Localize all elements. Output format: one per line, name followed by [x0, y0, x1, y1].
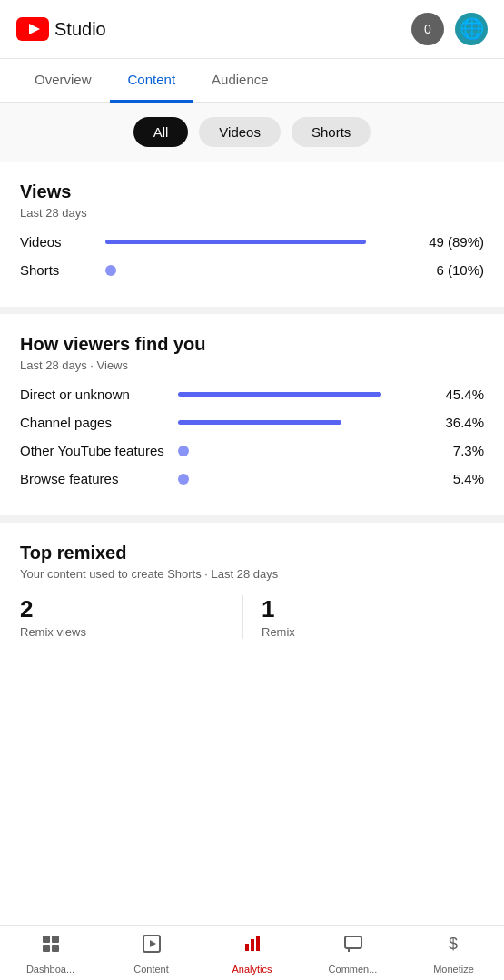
nav-label-monetize: Monetize [433, 964, 474, 975]
find-row-browse: Browse features 5.4% [20, 471, 484, 486]
main-tabs: Overview Content Audience [0, 59, 504, 103]
youtube-studio-logo: Studio [16, 17, 106, 41]
find-value-other: 7.3% [411, 443, 484, 458]
find-row-other: Other YouTube features 7.3% [20, 443, 484, 458]
views-label-shorts: Shorts [20, 262, 93, 278]
filter-pills: All Videos Shorts [0, 103, 504, 162]
nav-label-analytics: Analytics [232, 964, 272, 975]
svg-rect-4 [43, 945, 50, 952]
views-row-shorts: Shorts 6 (10%) [20, 262, 484, 278]
nav-label-dashboard: Dashboa... [26, 964, 74, 975]
notification-badge[interactable]: 0 [411, 13, 444, 45]
svg-rect-2 [43, 936, 50, 943]
header: Studio 0 🌐 [0, 0, 504, 59]
find-label-channel: Channel pages [20, 415, 165, 430]
remixed-stats: 2 Remix views 1 Remix [20, 595, 484, 639]
find-value-channel: 36.4% [411, 415, 484, 430]
find-dot-other [178, 446, 189, 456]
remix-views-number: 2 [20, 595, 235, 623]
studio-label: Studio [54, 19, 106, 40]
youtube-icon [16, 17, 49, 41]
remix-views-label: Remix views [20, 625, 235, 639]
svg-rect-5 [52, 945, 59, 952]
stat-remix-views: 2 Remix views [20, 595, 242, 639]
stat-remix: 1 Remix [242, 595, 484, 639]
svg-marker-7 [150, 940, 156, 947]
find-track-browse [178, 474, 399, 485]
divider-2 [0, 515, 504, 523]
find-row-direct: Direct or unknown 45.4% [20, 387, 484, 402]
comment-icon [342, 933, 364, 960]
views-section: Views Last 28 days Videos 49 (89%) Short… [0, 162, 504, 307]
svg-rect-3 [52, 936, 59, 943]
find-track-channel [178, 420, 399, 425]
globe-icon: 🌐 [460, 17, 484, 41]
pill-videos[interactable]: Videos [199, 117, 281, 147]
top-remixed-section: Top remixed Your content used to create … [0, 523, 504, 655]
bar-chart-icon [242, 933, 263, 960]
header-left: Studio [16, 17, 106, 41]
views-track-shorts [105, 265, 399, 276]
views-row-videos: Videos 49 (89%) [20, 234, 484, 250]
grid-icon [40, 933, 62, 960]
header-right: 0 🌐 [411, 13, 488, 45]
avatar[interactable]: 🌐 [455, 13, 488, 45]
find-bar-channel [178, 420, 341, 425]
nav-item-analytics[interactable]: Analytics [202, 933, 302, 975]
remixed-title: Top remixed [20, 543, 484, 564]
nav-item-dashboard[interactable]: Dashboa... [0, 933, 101, 975]
remix-number: 1 [262, 595, 477, 623]
views-track-videos [105, 240, 399, 244]
find-label-browse: Browse features [20, 471, 165, 486]
svg-rect-9 [251, 939, 254, 951]
views-bar-videos [105, 240, 366, 244]
nav-item-comments[interactable]: Commen... [302, 933, 403, 975]
find-you-section: How viewers find you Last 28 days · View… [0, 314, 504, 515]
views-label-videos: Videos [20, 234, 93, 250]
svg-rect-8 [245, 944, 249, 951]
views-subtitle: Last 28 days [20, 206, 484, 220]
dollar-icon: $ [443, 933, 465, 960]
find-you-title: How viewers find you [20, 334, 484, 355]
views-value-shorts: 6 (10%) [411, 262, 484, 278]
tab-content[interactable]: Content [110, 59, 194, 103]
pill-shorts[interactable]: Shorts [292, 117, 371, 147]
find-dot-browse [178, 474, 189, 485]
find-you-subtitle: Last 28 days · Views [20, 358, 484, 372]
tab-overview[interactable]: Overview [16, 59, 110, 103]
find-track-other [178, 446, 399, 456]
views-dot-shorts [105, 265, 116, 276]
svg-rect-10 [256, 936, 260, 951]
views-title: Views [20, 181, 484, 202]
play-icon [141, 933, 163, 960]
find-row-channel: Channel pages 36.4% [20, 415, 484, 430]
find-track-direct [178, 392, 399, 397]
remix-label: Remix [262, 625, 477, 639]
nav-label-comments: Commen... [329, 964, 378, 975]
find-value-browse: 5.4% [411, 471, 484, 486]
find-bar-direct [178, 392, 381, 397]
nav-item-content[interactable]: Content [101, 933, 202, 975]
views-value-videos: 49 (89%) [411, 234, 484, 250]
remixed-subtitle: Your content used to create Shorts · Las… [20, 567, 484, 581]
find-value-direct: 45.4% [411, 387, 484, 402]
svg-text:$: $ [449, 935, 458, 953]
find-label-other: Other YouTube features [20, 443, 165, 458]
tab-audience[interactable]: Audience [193, 59, 287, 103]
find-label-direct: Direct or unknown [20, 387, 165, 402]
pill-all[interactable]: All [133, 117, 189, 147]
svg-rect-11 [345, 936, 361, 948]
bottom-nav: Dashboa... Content Analytics [0, 925, 504, 980]
divider-1 [0, 307, 504, 314]
nav-label-content: Content [133, 964, 169, 975]
nav-item-monetize[interactable]: $ Monetize [403, 933, 504, 975]
